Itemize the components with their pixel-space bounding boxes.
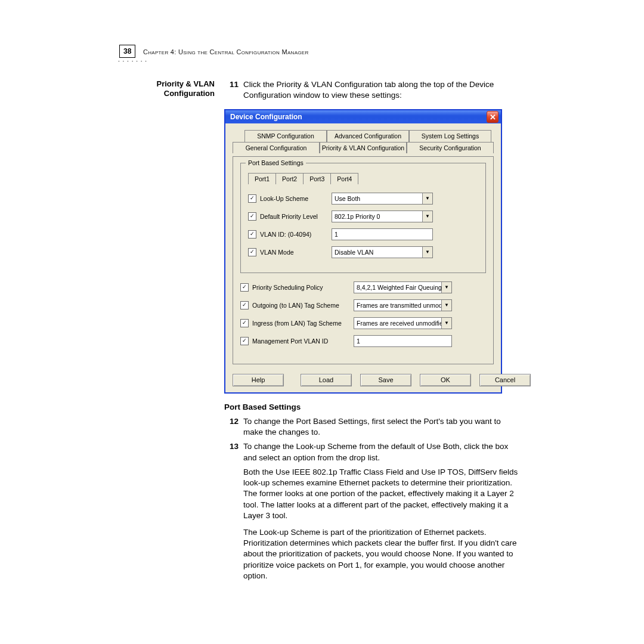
mgmt-checkbox[interactable]: ✓ [240, 337, 249, 345]
port-tab-1[interactable]: Port1 [248, 173, 276, 184]
priority-combo[interactable]: 802.1p Priority 0▼ [332, 210, 433, 222]
lookup-combo[interactable]: Use Both▼ [332, 193, 433, 205]
chevron-down-icon: ▼ [422, 193, 432, 204]
chevron-down-icon: ▼ [441, 318, 451, 329]
tab-system-log-settings[interactable]: System Log Settings [409, 130, 491, 141]
cancel-button[interactable]: Cancel [479, 374, 531, 386]
outgoing-combo[interactable]: Frames are transmitted unmodi▼ [354, 299, 452, 311]
outgoing-checkbox[interactable]: ✓ [240, 301, 249, 309]
ingress-checkbox[interactable]: ✓ [240, 319, 249, 327]
save-button[interactable]: Save [360, 374, 411, 386]
help-button[interactable]: Help [233, 374, 284, 386]
step-12-number: 12 [224, 416, 243, 438]
scheduling-label: Priority Scheduling Policy [252, 283, 354, 292]
decorative-dots: · · · · · · · [118, 58, 147, 64]
fieldset-legend: Port Based Settings [246, 159, 306, 167]
port-based-settings-group: Port Based Settings Port1 Port2 Port3 Po… [240, 163, 486, 273]
ingress-label: Ingress (from LAN) Tag Scheme [252, 319, 354, 327]
scheduling-checkbox[interactable]: ✓ [240, 283, 249, 292]
vlanmode-label: VLAN Mode [260, 248, 332, 256]
priority-label: Default Priority Level [260, 212, 332, 221]
tab-snmp-configuration[interactable]: SNMP Configuration [244, 130, 327, 141]
tab-general-configuration[interactable]: General Configuration [233, 142, 320, 153]
step-13-number: 13 [224, 441, 243, 463]
tab-advanced-configuration[interactable]: Advanced Configuration [327, 130, 409, 141]
paragraph-2: The Look-up Scheme is part of the priori… [243, 527, 522, 581]
chevron-down-icon: ▼ [441, 300, 451, 311]
port-tab-3[interactable]: Port3 [303, 173, 331, 184]
ingress-combo[interactable]: Frames are received unmodifie▼ [354, 317, 452, 329]
step-11-number: 11 [224, 79, 243, 101]
vlanid-label: VLAN ID: (0-4094) [260, 230, 332, 239]
page-number: 38 [119, 45, 135, 58]
vlanmode-checkbox[interactable]: ✓ [248, 248, 256, 256]
vlanid-checkbox[interactable]: ✓ [248, 230, 256, 239]
step-11-text: Click the Priority & VLAN Configuration … [243, 79, 522, 101]
chevron-down-icon: ▼ [422, 211, 432, 222]
load-button[interactable]: Load [301, 374, 352, 386]
port-tab-2[interactable]: Port2 [275, 173, 304, 184]
vlanmode-combo[interactable]: Disable VLAN▼ [332, 246, 433, 258]
paragraph-1: Both the Use IEEE 802.1p Traffic Class F… [243, 467, 522, 521]
ok-button[interactable]: OK [420, 374, 471, 386]
mgmt-label: Management Port VLAN ID [252, 337, 354, 345]
port-settings-heading: Port Based Settings [224, 402, 522, 413]
device-configuration-dialog: Device Configuration ✕ SNMP Configuratio… [224, 109, 502, 393]
tab-security-configuration[interactable]: Security Configuration [407, 142, 494, 153]
chapter-heading: Chapter 4: Using the Central Configurati… [143, 48, 309, 55]
vlanid-input[interactable]: 1 [332, 228, 433, 240]
outgoing-label: Outgoing (to LAN) Tag Scheme [252, 301, 354, 309]
priority-checkbox[interactable]: ✓ [248, 212, 256, 221]
scheduling-combo[interactable]: 8,4,2,1 Weighted Fair Queuing▼ [354, 281, 452, 293]
tab-priority-vlan-configuration[interactable]: Priority & VLAN Configuration [320, 142, 407, 153]
chevron-down-icon: ▼ [422, 247, 432, 258]
margin-heading: Priority & VLAN Configuration [119, 79, 224, 587]
lookup-checkbox[interactable]: ✓ [248, 194, 256, 203]
lookup-label: Look-Up Scheme [260, 194, 332, 203]
step-13-text: To change the Look-up Scheme from the de… [243, 441, 522, 463]
dialog-title: Device Configuration [230, 112, 487, 122]
chevron-down-icon: ▼ [441, 282, 451, 293]
close-icon[interactable]: ✕ [487, 111, 499, 123]
titlebar: Device Configuration ✕ [225, 110, 501, 123]
step-12-text: To change the Port Based Settings, first… [243, 416, 522, 438]
mgmt-input[interactable]: 1 [354, 335, 452, 347]
port-tab-4[interactable]: Port4 [330, 173, 358, 184]
